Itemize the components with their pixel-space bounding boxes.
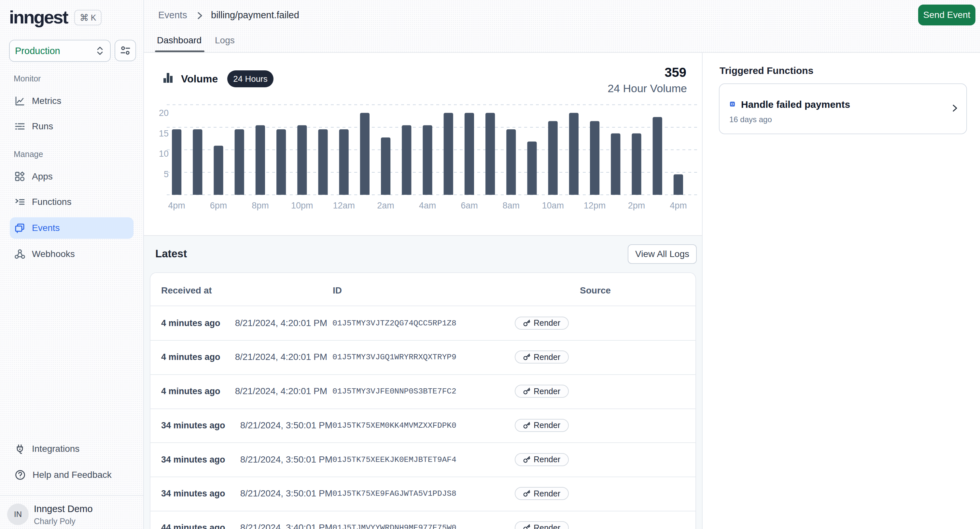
svg-text:12am: 12am (333, 201, 355, 210)
svg-text:8am: 8am (503, 201, 520, 210)
svg-text:2am: 2am (377, 201, 394, 210)
svg-text:8pm: 8pm (252, 201, 269, 210)
svg-text:6pm: 6pm (210, 201, 227, 210)
svg-text:4am: 4am (419, 201, 436, 210)
svg-text:6am: 6am (461, 201, 478, 210)
svg-text:2pm: 2pm (628, 201, 645, 210)
svg-text:4pm: 4pm (168, 201, 185, 210)
svg-text:4pm: 4pm (670, 201, 687, 210)
svg-text:5: 5 (164, 169, 169, 179)
svg-text:15: 15 (159, 129, 169, 139)
svg-text:12pm: 12pm (584, 201, 606, 210)
svg-text:10am: 10am (542, 201, 564, 210)
svg-text:20: 20 (159, 108, 169, 118)
svg-text:10pm: 10pm (291, 201, 313, 210)
svg-text:10: 10 (159, 149, 169, 159)
